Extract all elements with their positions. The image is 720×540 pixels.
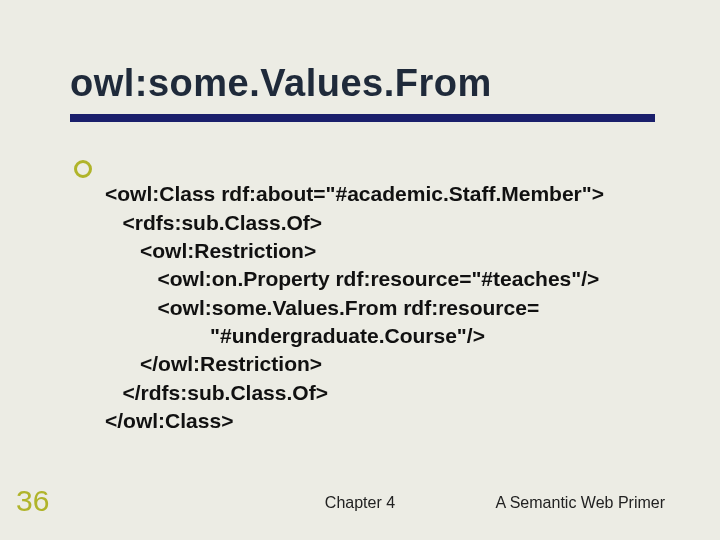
- bullet-icon: [74, 160, 92, 178]
- code-line: <owl:Class rdf:about="#academic.Staff.Me…: [105, 182, 604, 205]
- code-line: </rdfs:sub.Class.Of>: [105, 381, 328, 404]
- code-line: </owl:Class>: [105, 409, 233, 432]
- code-line: <owl:on.Property rdf:resource="#teaches"…: [105, 267, 599, 290]
- code-line: "#undergraduate.Course"/>: [105, 324, 485, 347]
- title-underline: [70, 114, 655, 122]
- slide: owl:some.Values.From <owl:Class rdf:abou…: [0, 0, 720, 540]
- footer-right: A Semantic Web Primer: [495, 494, 665, 512]
- code-line: <owl:some.Values.From rdf:resource=: [105, 296, 539, 319]
- title-wrap: owl:some.Values.From: [70, 62, 680, 105]
- code-line: </owl:Restriction>: [105, 352, 322, 375]
- code-line: <rdfs:sub.Class.Of>: [105, 211, 322, 234]
- code-block: <owl:Class rdf:about="#academic.Staff.Me…: [105, 152, 680, 464]
- slide-title: owl:some.Values.From: [70, 62, 680, 105]
- code-line: <owl:Restriction>: [105, 239, 316, 262]
